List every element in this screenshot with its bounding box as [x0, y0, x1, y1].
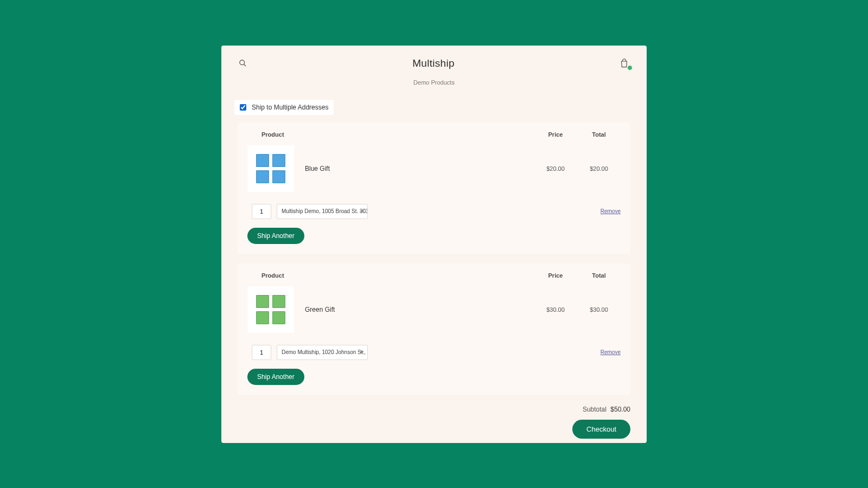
nav-link-demo-products[interactable]: Demo Products	[238, 79, 630, 86]
svg-line-1	[244, 65, 245, 66]
product-thumbnail	[247, 145, 294, 192]
column-headers: Product Price Total	[247, 131, 621, 138]
remove-link[interactable]: Remove	[601, 349, 621, 355]
ship-multi-toggle[interactable]: Ship to Multiple Addresses	[234, 100, 334, 115]
col-price: Price	[534, 131, 577, 138]
address-select[interactable]: Multiship Demo, 1005 Broad St. 303, Vict…	[277, 204, 368, 219]
cart-items: Product Price Total Blue Gift $20.00 $20…	[238, 123, 630, 395]
cart-button[interactable]	[620, 58, 630, 69]
app-card: Multiship Demo Products Ship to Multiple…	[221, 46, 647, 443]
column-headers: Product Price Total	[247, 272, 621, 279]
subtotal: Subtotal $50.00	[583, 406, 630, 413]
product-total: $20.00	[577, 165, 621, 172]
address-select[interactable]: Demo Multiship, 1020 Johnson St., Victo.…	[277, 345, 368, 360]
ship-another-button[interactable]: Ship Another	[247, 369, 304, 385]
product-thumbnail	[247, 286, 294, 333]
subtotal-value: $50.00	[610, 406, 630, 413]
remove-link[interactable]: Remove	[601, 208, 621, 214]
shipment-line: Multiship Demo, 1005 Broad St. 303, Vict…	[247, 204, 621, 219]
col-price: Price	[534, 272, 577, 279]
quantity-input[interactable]	[252, 345, 271, 360]
ship-multi-checkbox[interactable]	[240, 104, 246, 111]
cart-item: Product Price Total Blue Gift $20.00 $20…	[238, 123, 630, 254]
ship-another-button[interactable]: Ship Another	[247, 228, 304, 244]
col-product: Product	[261, 131, 534, 138]
product-total: $30.00	[577, 306, 621, 313]
product-price: $20.00	[534, 165, 577, 172]
quantity-input[interactable]	[252, 204, 271, 219]
svg-point-0	[239, 60, 244, 65]
col-total: Total	[577, 272, 621, 279]
site-title: Multiship	[412, 57, 455, 69]
header: Multiship	[238, 55, 630, 72]
col-product: Product	[261, 272, 534, 279]
shipment-line: Demo Multiship, 1020 Johnson St., Victo.…	[247, 345, 621, 360]
product-row: Blue Gift $20.00 $20.00	[247, 145, 621, 192]
ship-multi-label: Ship to Multiple Addresses	[252, 104, 328, 111]
col-total: Total	[577, 131, 621, 138]
checkout-button[interactable]: Checkout	[572, 420, 630, 439]
product-price: $30.00	[534, 306, 577, 313]
product-row: Green Gift $30.00 $30.00	[247, 286, 621, 333]
product-name: Green Gift	[305, 306, 335, 313]
cart-badge	[627, 65, 633, 70]
cart-item: Product Price Total Green Gift $30.00 $3…	[238, 264, 630, 395]
product-name: Blue Gift	[305, 165, 330, 172]
search-icon[interactable]	[238, 59, 247, 68]
subtotal-label: Subtotal	[583, 406, 607, 413]
cart-footer: Subtotal $50.00 Checkout	[238, 406, 630, 439]
